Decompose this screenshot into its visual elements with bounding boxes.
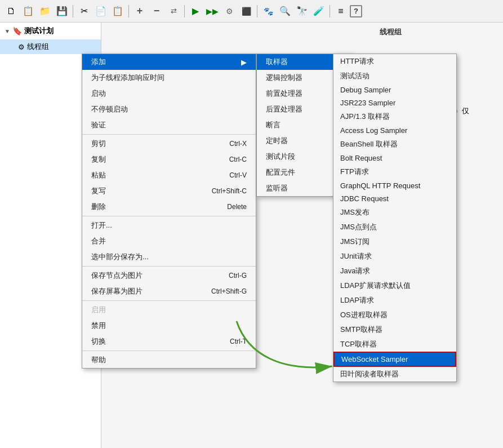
ctx-item-merge[interactable]: 合并 [82,233,256,249]
copy-button[interactable]: 📄 [93,3,109,19]
sampler-jms-sub[interactable]: JMS订阅 [333,234,456,249]
ctx-item-delete[interactable]: 删除 Delete [82,199,256,215]
sampler-ldap-ext[interactable]: LDAP扩展请求默认值 [333,278,456,293]
ctx-label-duplicate: 复写 [91,186,106,196]
ctx-item-start[interactable]: 启动 [82,86,256,101]
ctx-label-save-selected: 选中部分保存为... [91,252,149,262]
ctx-item-open[interactable]: 打开... [82,218,256,233]
sampler-jms-pub[interactable]: JMS发布 [333,205,456,220]
ctx-label-paste: 粘贴 [91,170,106,180]
sampler-ftp-label: FTP请求 [340,167,369,177]
sampler-smtp[interactable]: SMTP取样器 [333,322,456,337]
sep2 [128,5,129,17]
sampler-debug[interactable]: Debug Sampler [333,83,456,96]
ctx-item-toggle[interactable]: 切换 Ctrl-T [82,334,256,349]
flask-button[interactable]: 🧪 [311,3,327,19]
submenu-sampler: HTTP请求 测试活动 Debug Sampler JSR223 Sampler… [333,54,457,382]
sampler-debug-label: Debug Sampler [340,86,391,94]
sampler-ldap-label: LDAP请求 [340,295,374,305]
ctx-item-cut[interactable]: 剪切 Ctrl-X [82,136,256,152]
sampler-java-label: Java请求 [340,266,370,276]
toolbar: 🗋 📋 📁 💾 ✂ 📄 📋 + − ⇄ ▶ ▶▶ ⚙ ⬛ 🐾 🔍 🔭 🧪 ≡ ? [0,0,503,23]
sampler-test-action[interactable]: 测试活动 [333,69,456,83]
sampler-jms-pub-label: JMS发布 [340,207,370,218]
sampler-jdbc-label: JDBC Request [340,194,389,203]
submenu-add-label-pre: 前置处理器 [266,88,302,99]
list-button[interactable]: ≡ [333,3,349,19]
ctx-label-save-screen-img: 保存屏幕为图片 [91,286,143,296]
tree-child-item[interactable]: ⚙ 线程组 [0,39,101,54]
clear-button[interactable]: 🔍 [277,3,293,19]
sampler-websocket-label: WebSocket Sampler [341,355,408,363]
ctx-item-save-selected[interactable]: 选中部分保存为... [82,249,256,265]
binoculars-button[interactable]: 🔭 [294,3,310,19]
ctx-shortcut-paste: Ctrl-V [229,171,247,179]
ctx-item-save-node-img[interactable]: 保存节点为图片 Ctrl-G [82,268,256,283]
ctx-shortcut-delete: Delete [227,203,247,211]
submenu-add-label-config: 配置元件 [266,167,295,178]
collapse-button[interactable]: − [149,3,164,19]
sampler-tcp[interactable]: TCP取样器 [333,337,456,352]
submenu-add-label-post: 后置处理器 [266,104,302,114]
start-nopause-button[interactable]: ▶▶ [204,3,220,19]
open-button[interactable]: 📁 [37,3,53,19]
new-button[interactable]: 🗋 [3,3,19,19]
sampler-bolt-label: Bolt Request [340,154,382,162]
submenu-add-label-assertion: 断言 [266,120,281,130]
ctx-item-add-response-time[interactable]: 为子线程添加响应时间 [82,70,256,86]
ctx-item-duplicate[interactable]: 复写 Ctrl+Shift-C [82,183,256,199]
remote-start-button[interactable]: ⚙ [221,3,237,19]
sampler-graphql[interactable]: GraphQL HTTP Request [333,179,456,192]
toggle-button[interactable]: ⇄ [166,3,181,19]
tree-root-label[interactable]: 测试计划 [24,26,54,36]
sampler-ldap[interactable]: LDAP请求 [333,293,456,308]
ctx-item-save-screen-img[interactable]: 保存屏幕为图片 Ctrl+Shift-G [82,283,256,299]
sampler-ajp[interactable]: AJP/1.3 取样器 [333,109,456,124]
ctx-item-disable[interactable]: 禁用 [82,318,256,334]
sampler-os-process[interactable]: OS进程取样器 [333,308,456,322]
sampler-beanshell[interactable]: BeanShell 取样器 [333,137,456,152]
sampler-field-reader[interactable]: 田叶阅读者取样器 [333,367,456,382]
sampler-smtp-label: SMTP取样器 [340,325,382,335]
sampler-http-label: HTTP请求 [340,56,374,66]
ctx-item-copy[interactable]: 复制 Ctrl-C [82,152,256,167]
sampler-bolt[interactable]: Bolt Request [333,152,456,165]
save-button[interactable]: 💾 [54,3,70,19]
ctx-item-validate[interactable]: 验证 [82,117,256,133]
start-button[interactable]: ▶ [188,3,203,19]
ctx-item-add[interactable]: 添加 ▶ [82,54,256,70]
sampler-jms-p2p[interactable]: JMS点到点 [333,220,456,234]
ctx-item-start-nopause[interactable]: 不停顿启动 [82,101,256,117]
sampler-jsr223[interactable]: JSR223 Sampler [333,96,456,109]
tree-child-label[interactable]: 线程组 [27,42,49,52]
ctx-label-cut: 剪切 [91,139,106,149]
sampler-http[interactable]: HTTP请求 [333,54,456,69]
info-button[interactable]: 🐾 [260,3,276,19]
submenu-add-label-sampler: 取样器 [266,57,288,67]
tree-header: ▼ 🔖 测试计划 [0,23,101,39]
sampler-java[interactable]: Java请求 [333,264,456,278]
paste-button[interactable]: 📋 [110,3,126,19]
ctx-label-merge: 合并 [91,236,106,246]
templates-button[interactable]: 📋 [20,3,36,19]
sampler-ftp[interactable]: FTP请求 [333,165,456,179]
sep5 [330,5,330,17]
ctx-label-validate: 验证 [91,120,106,130]
infinite-label: 仅 [462,106,469,116]
expand-button[interactable]: + [132,3,148,19]
context-menu-main: 添加 ▶ 为子线程添加响应时间 启动 不停顿启动 验证 剪切 Ctrl-X 复制… [82,54,256,369]
ctx-item-help[interactable]: 帮助 [82,352,256,368]
ctx-label-start-nopause: 不停顿启动 [91,104,128,114]
sampler-junit[interactable]: JUnit请求 [333,249,456,264]
help-button[interactable]: ? [350,5,362,17]
sampler-graphql-label: GraphQL HTTP Request [340,181,420,190]
sampler-access-log[interactable]: Access Log Sampler [333,124,456,137]
sampler-websocket[interactable]: WebSocket Sampler [333,352,456,367]
ctx-shortcut-toggle: Ctrl-T [230,338,247,345]
sep1 [73,5,73,17]
sampler-jdbc[interactable]: JDBC Request [333,192,456,205]
ctx-shortcut-save-screen-img: Ctrl+Shift-G [211,287,247,295]
stop-button[interactable]: ⬛ [238,3,254,19]
ctx-item-paste[interactable]: 粘贴 Ctrl-V [82,167,256,183]
cut-button[interactable]: ✂ [76,3,92,19]
